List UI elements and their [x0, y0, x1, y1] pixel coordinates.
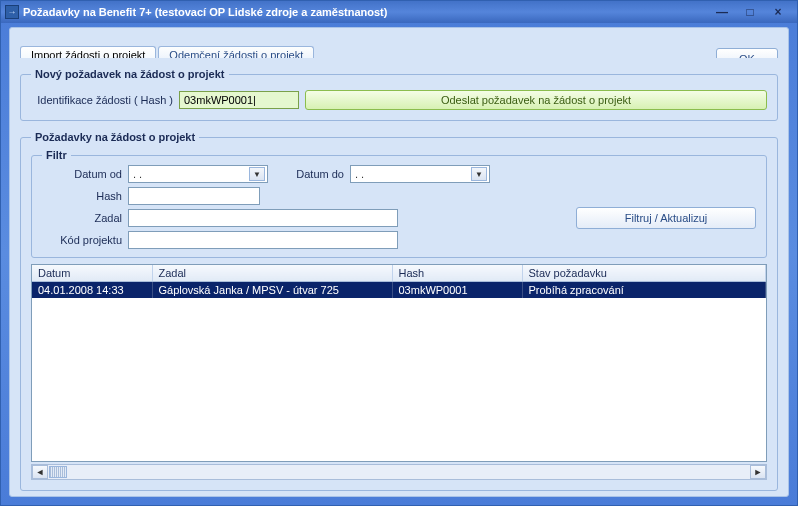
- hash-filter-input[interactable]: [128, 187, 260, 205]
- app-window: → Požadavky na Benefit 7+ (testovací OP …: [0, 0, 798, 506]
- hash-filter-label: Hash: [42, 190, 122, 202]
- zadal-filter-label: Zadal: [42, 212, 122, 224]
- date-from-text: . .: [133, 168, 142, 180]
- col-stav-header[interactable]: Stav požadavku: [522, 265, 766, 282]
- filter-button[interactable]: Filtruj / Aktualizuj: [576, 207, 756, 229]
- window-title: Požadavky na Benefit 7+ (testovací OP Li…: [23, 6, 713, 18]
- date-to-text: . .: [355, 168, 364, 180]
- requests-group: Požadavky na žádost o projekt Filtr Datu…: [20, 131, 778, 491]
- new-request-legend: Nový požadavek na žádost o projekt: [31, 68, 229, 80]
- chevron-down-icon[interactable]: ▼: [471, 167, 487, 181]
- maximize-button[interactable]: □: [741, 4, 759, 20]
- date-to-input[interactable]: . . ▼: [350, 165, 490, 183]
- app-icon-glyph: →: [8, 7, 17, 17]
- tab-panel: Nový požadavek na žádost o projekt Ident…: [20, 58, 778, 486]
- table-row[interactable]: 04.01.2008 14:33 Gáplovská Janka / MPSV …: [32, 282, 766, 299]
- filter-group: Filtr Datum od . . ▼ Datum do . . ▼: [31, 149, 767, 258]
- filter-dates-row: Datum od . . ▼ Datum do . . ▼: [42, 165, 756, 183]
- requests-table[interactable]: Datum Zadal Hash Stav požadavku 04.01.20…: [31, 264, 767, 462]
- close-button[interactable]: ×: [769, 4, 787, 20]
- app-icon: →: [5, 5, 19, 19]
- col-datum-header[interactable]: Datum: [32, 265, 152, 282]
- new-request-group: Nový požadavek na žádost o projekt Ident…: [20, 68, 778, 121]
- scroll-left-icon[interactable]: ◄: [32, 465, 48, 479]
- requests-legend: Požadavky na žádost o projekt: [31, 131, 199, 143]
- hash-label: Identifikace žádosti ( Hash ): [31, 94, 173, 106]
- horizontal-scrollbar[interactable]: ◄ ►: [31, 464, 767, 480]
- date-from-label: Datum od: [42, 168, 122, 180]
- table-header-row: Datum Zadal Hash Stav požadavku: [32, 265, 766, 282]
- scroll-thumb[interactable]: [49, 466, 67, 478]
- date-to-label: Datum do: [274, 168, 344, 180]
- cell-datum: 04.01.2008 14:33: [32, 282, 152, 299]
- col-zadal-header[interactable]: Zadal: [152, 265, 392, 282]
- chevron-down-icon[interactable]: ▼: [249, 167, 265, 181]
- send-request-button[interactable]: Odeslat požadavek na žádost o projekt: [305, 90, 767, 110]
- window-controls: — □ ×: [713, 4, 787, 20]
- date-from-input[interactable]: . . ▼: [128, 165, 268, 183]
- cell-stav: Probíhá zpracování: [522, 282, 766, 299]
- titlebar[interactable]: → Požadavky na Benefit 7+ (testovací OP …: [1, 1, 797, 23]
- filter-legend: Filtr: [42, 149, 71, 161]
- hash-row: Identifikace žádosti ( Hash ) Odeslat po…: [31, 90, 767, 110]
- col-hash-header[interactable]: Hash: [392, 265, 522, 282]
- kod-filter-input[interactable]: [128, 231, 398, 249]
- cell-zadal: Gáplovská Janka / MPSV - útvar 725: [152, 282, 392, 299]
- client-area: Import žádosti o projekt Odemčení žádost…: [9, 27, 789, 497]
- minimize-button[interactable]: —: [713, 4, 731, 20]
- cell-hash: 03mkWP0001: [392, 282, 522, 299]
- hash-input[interactable]: [179, 91, 299, 109]
- filter-bottom: Hash Zadal Kód projektu Filtruj / Aktual…: [42, 187, 756, 249]
- filter-text-fields: Hash Zadal Kód projektu: [42, 187, 398, 249]
- zadal-filter-input[interactable]: [128, 209, 398, 227]
- kod-filter-label: Kód projektu: [42, 234, 122, 246]
- scroll-right-icon[interactable]: ►: [750, 465, 766, 479]
